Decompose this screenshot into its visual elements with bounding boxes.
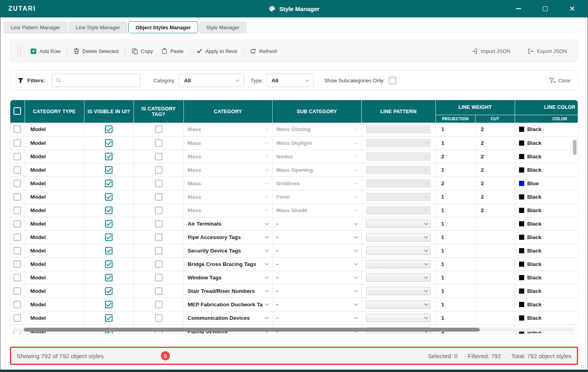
row-select-checkbox[interactable] xyxy=(13,260,21,268)
line-weight-cut-cell[interactable]: 2 xyxy=(475,190,515,203)
line-weight-projection-cell[interactable]: 1 xyxy=(435,136,475,150)
category-cell[interactable]: Mass xyxy=(183,136,272,150)
is-category-tag-checkbox[interactable] xyxy=(155,125,162,133)
line-pattern-select[interactable] xyxy=(366,260,431,268)
clear-filters-button[interactable]: Clear xyxy=(549,78,571,84)
row-select-checkbox[interactable] xyxy=(13,287,21,295)
category-cell[interactable]: Security Device Tags xyxy=(183,244,272,257)
line-pattern-select[interactable] xyxy=(366,220,431,228)
line-color-cell[interactable]: Black xyxy=(515,163,578,177)
line-color-cell[interactable]: Black xyxy=(515,257,578,271)
is-visible-checkbox[interactable] xyxy=(105,314,113,322)
line-color-cell[interactable]: Blue xyxy=(515,177,578,190)
line-pattern-select[interactable] xyxy=(366,273,431,282)
row-select-checkbox[interactable] xyxy=(13,220,21,228)
is-category-tag-checkbox[interactable] xyxy=(155,153,162,160)
add-row-button[interactable]: Add Row xyxy=(26,45,65,57)
line-weight-cut-cell[interactable]: 2 xyxy=(475,163,515,177)
row-select-checkbox[interactable] xyxy=(13,207,21,214)
line-color-cell[interactable]: Black xyxy=(515,284,578,298)
line-weight-projection-cell[interactable]: 1 xyxy=(435,123,475,136)
subcategory-cell[interactable]: Mass Opening xyxy=(272,163,361,177)
category-cell[interactable]: Bridge Cross Bracing Tags xyxy=(183,257,272,271)
line-weight-projection-cell[interactable]: 1 xyxy=(435,271,475,284)
subcategory-cell[interactable]: Mass Glazing xyxy=(272,123,361,136)
line-color-cell[interactable]: Black xyxy=(515,123,578,136)
category-cell[interactable]: Communication Devices xyxy=(183,311,272,325)
subcategory-cell[interactable]: - xyxy=(272,298,361,311)
export-json-button[interactable]: Export JSON xyxy=(523,45,571,57)
line-pattern-select[interactable] xyxy=(366,206,431,214)
line-color-cell[interactable]: Black xyxy=(515,298,578,311)
line-weight-projection-cell[interactable]: 2 xyxy=(435,177,475,190)
tab-line-style-manager[interactable]: Line Style Manager xyxy=(69,21,127,33)
horizontal-scrollbar[interactable] xyxy=(13,328,575,332)
line-pattern-select[interactable] xyxy=(366,152,431,161)
line-weight-projection-cell[interactable]: 1 xyxy=(435,163,475,177)
line-pattern-select[interactable] xyxy=(366,125,431,133)
category-cell[interactable]: Mass xyxy=(183,203,272,217)
line-weight-projection-cell[interactable]: 1 xyxy=(435,257,475,271)
subcategory-cell[interactable]: Mass Shade xyxy=(272,203,361,217)
subcategory-cell[interactable]: - xyxy=(272,217,361,230)
category-cell[interactable]: Stair Tread/Riser Numbers xyxy=(183,284,272,298)
resize-grip[interactable] xyxy=(581,365,586,369)
subcategory-cell[interactable]: - xyxy=(272,271,361,284)
subcategory-cell[interactable]: Form xyxy=(272,190,361,203)
line-weight-cut-cell[interactable] xyxy=(475,311,515,325)
is-visible-checkbox[interactable] xyxy=(105,247,113,254)
is-visible-checkbox[interactable] xyxy=(105,260,113,268)
row-select-checkbox[interactable] xyxy=(13,274,21,281)
copy-button[interactable]: Copy xyxy=(128,45,157,57)
line-weight-cut-cell[interactable]: 2 xyxy=(475,123,515,136)
line-weight-projection-cell[interactable]: 1 xyxy=(435,203,475,217)
is-category-tag-checkbox[interactable] xyxy=(155,193,162,201)
line-pattern-select[interactable] xyxy=(366,139,431,147)
is-category-tag-checkbox[interactable] xyxy=(155,207,162,214)
line-pattern-select[interactable] xyxy=(366,314,431,322)
line-color-cell[interactable]: Black xyxy=(515,230,578,244)
is-visible-checkbox[interactable] xyxy=(105,287,113,295)
tab-line-pattern-manager[interactable]: Line Pattern Manager xyxy=(4,21,67,33)
subcategory-cell[interactable]: - xyxy=(272,311,361,325)
line-pattern-select[interactable] xyxy=(366,233,431,241)
line-weight-projection-cell[interactable]: 1 xyxy=(435,244,475,257)
close-button[interactable]: ✕ xyxy=(567,4,577,14)
is-category-tag-checkbox[interactable] xyxy=(155,274,162,281)
is-visible-checkbox[interactable] xyxy=(105,301,113,308)
subcategory-cell[interactable]: Mass Skylight xyxy=(272,136,361,150)
type-filter-select[interactable]: All xyxy=(266,74,314,87)
line-color-cell[interactable]: Black xyxy=(515,244,578,257)
subcategory-cell[interactable]: Gridlines xyxy=(272,177,361,190)
line-weight-projection-cell[interactable]: 1 xyxy=(435,230,475,244)
row-select-checkbox[interactable] xyxy=(13,166,21,174)
row-select-checkbox[interactable] xyxy=(13,233,21,241)
delete-selected-button[interactable]: Delete Selected xyxy=(69,45,123,57)
line-weight-cut-cell[interactable]: 2 xyxy=(475,150,515,163)
is-category-tag-checkbox[interactable] xyxy=(155,166,162,174)
line-weight-cut-cell[interactable] xyxy=(475,217,515,230)
refresh-button[interactable]: Refresh xyxy=(246,45,282,57)
category-cell[interactable]: Mass xyxy=(183,190,272,203)
is-category-tag-checkbox[interactable] xyxy=(155,180,162,187)
minimize-button[interactable] xyxy=(513,4,523,14)
subcategory-cell[interactable]: Nodes xyxy=(272,150,361,163)
line-weight-projection-cell[interactable]: 1 xyxy=(435,190,475,203)
row-select-checkbox[interactable] xyxy=(13,180,21,187)
line-weight-cut-cell[interactable] xyxy=(475,298,515,311)
row-select-checkbox[interactable] xyxy=(13,153,21,160)
tab-style-manager[interactable]: Style Manager xyxy=(199,21,247,33)
line-weight-cut-cell[interactable] xyxy=(475,284,515,298)
is-category-tag-checkbox[interactable] xyxy=(155,247,162,254)
line-weight-cut-cell[interactable]: 2 xyxy=(475,203,515,217)
category-cell[interactable]: Pipe Accessory Tags xyxy=(183,230,272,244)
line-weight-projection-cell[interactable]: 1 xyxy=(435,311,475,325)
apply-to-revit-button[interactable]: Apply to Revit xyxy=(192,45,241,57)
is-category-tag-checkbox[interactable] xyxy=(155,287,162,295)
subcategories-only-checkbox[interactable] xyxy=(389,77,396,84)
category-filter-select[interactable]: All xyxy=(179,74,244,87)
line-pattern-select[interactable] xyxy=(366,166,431,174)
is-category-tag-checkbox[interactable] xyxy=(155,220,162,228)
category-cell[interactable]: Mass xyxy=(183,150,272,163)
search-input[interactable] xyxy=(64,78,137,84)
